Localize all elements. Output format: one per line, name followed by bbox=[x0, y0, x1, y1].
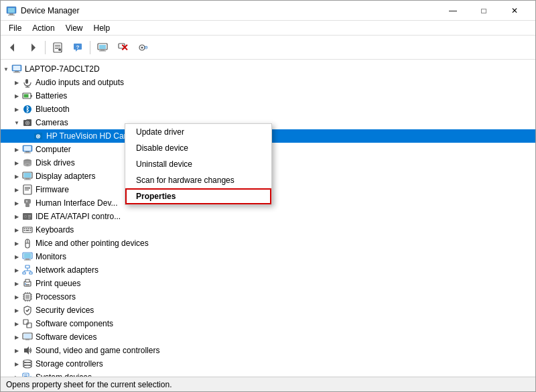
firmware-expand-icon[interactable]: ▶ bbox=[11, 183, 22, 196]
monitor-icon bbox=[22, 251, 33, 262]
svg-rect-33 bbox=[31, 95, 32, 97]
svg-rect-9 bbox=[55, 48, 58, 49]
hid-label: Human Interface Dev... bbox=[36, 198, 118, 208]
sound-icon bbox=[22, 345, 33, 356]
batteries-expand-icon[interactable]: ▶ bbox=[11, 89, 22, 103]
processors-expand-icon[interactable]: ▶ bbox=[11, 290, 22, 304]
bluetooth-expand-icon[interactable]: ▶ bbox=[11, 103, 22, 116]
device-tree[interactable]: ▼ LAPTOP-7ADCLT2D ▶ bbox=[1, 60, 535, 377]
menu-view[interactable]: View bbox=[60, 22, 88, 34]
battery-icon bbox=[22, 90, 33, 101]
sw-components-expand-icon[interactable]: ▶ bbox=[11, 317, 22, 330]
remove-device-button[interactable]: ✕ bbox=[113, 38, 132, 57]
print-expand-icon[interactable]: ▶ bbox=[11, 277, 22, 290]
mice-expand-icon[interactable]: ▶ bbox=[11, 237, 22, 250]
network-label: Network adapters bbox=[36, 265, 98, 275]
monitors-expand-icon[interactable]: ▶ bbox=[11, 250, 22, 263]
tree-root[interactable]: ▼ LAPTOP-7ADCLT2D bbox=[1, 62, 535, 76]
svg-rect-108 bbox=[23, 320, 28, 324]
menu-action[interactable]: Action bbox=[27, 22, 60, 34]
minimize-button[interactable]: — bbox=[438, 1, 468, 21]
svg-rect-3 bbox=[8, 15, 15, 15]
computer-expand-icon[interactable]: ▶ bbox=[11, 143, 22, 156]
app-icon bbox=[6, 5, 17, 16]
svg-rect-80 bbox=[25, 265, 29, 268]
sound-expand-icon[interactable]: ▶ bbox=[11, 344, 22, 357]
svg-rect-67 bbox=[24, 228, 25, 230]
context-menu-uninstall-device[interactable]: Uninstall device bbox=[125, 156, 271, 172]
menu-help[interactable]: Help bbox=[88, 22, 116, 34]
context-menu-update-driver[interactable]: Update driver bbox=[125, 124, 271, 140]
context-menu: Update driver Disable device Uninstall d… bbox=[125, 123, 272, 205]
svg-rect-65 bbox=[28, 218, 30, 218]
show-devices-button[interactable] bbox=[93, 38, 112, 57]
menu-file[interactable]: File bbox=[3, 22, 27, 34]
system-label: System devices bbox=[36, 373, 92, 377]
forward-button[interactable] bbox=[23, 38, 42, 57]
close-button[interactable]: ✕ bbox=[499, 1, 530, 21]
firmware-icon bbox=[22, 184, 33, 195]
svg-rect-51 bbox=[25, 178, 29, 180]
help-button[interactable]: ? bbox=[68, 38, 87, 57]
context-menu-disable-device[interactable]: Disable device bbox=[125, 140, 271, 156]
tree-item-storage[interactable]: ▶ Storage controllers bbox=[1, 357, 535, 371]
tree-item-sw-components[interactable]: ▶ Software components bbox=[1, 317, 535, 330]
sw-devices-expand-icon[interactable]: ▶ bbox=[11, 330, 22, 344]
tree-item-sound[interactable]: ▶ Sound, video and game controllers bbox=[1, 344, 535, 357]
processors-label: Processors bbox=[36, 292, 76, 302]
tree-item-sw-devices[interactable]: ▶ Software devices bbox=[1, 330, 535, 344]
sw-devices-label: Software devices bbox=[36, 332, 96, 342]
svg-rect-77 bbox=[24, 253, 31, 258]
tree-item-print[interactable]: ▶ Print queues bbox=[1, 277, 535, 290]
display-label: Display adapters bbox=[36, 172, 95, 181]
tree-item-bluetooth[interactable]: ▶ ᛒ Bluetooth bbox=[1, 103, 535, 116]
toolbar-sep-2 bbox=[90, 41, 90, 54]
svg-rect-88 bbox=[25, 279, 29, 282]
main-content: ▼ LAPTOP-7ADCLT2D ▶ bbox=[1, 60, 535, 377]
ide-expand-icon[interactable]: ▶ bbox=[11, 210, 22, 223]
scan-hardware-button[interactable]: + bbox=[133, 38, 152, 57]
storage-icon bbox=[22, 358, 33, 369]
hid-icon bbox=[22, 198, 33, 208]
tree-item-batteries[interactable]: ▶ Batteries bbox=[1, 89, 535, 103]
batteries-label: Batteries bbox=[36, 91, 67, 101]
window-controls: — □ ✕ bbox=[438, 1, 530, 21]
tree-item-security[interactable]: ▶ Security devices bbox=[1, 304, 535, 317]
system-expand-icon[interactable]: ▶ bbox=[11, 371, 22, 377]
network-expand-icon[interactable]: ▶ bbox=[11, 263, 22, 277]
disk-expand-icon[interactable]: ▶ bbox=[11, 156, 22, 170]
tree-item-mice[interactable]: ▶ Mice and other pointing devices bbox=[1, 237, 535, 250]
svg-rect-64 bbox=[28, 216, 31, 217]
keyboards-expand-icon[interactable]: ▶ bbox=[11, 223, 22, 237]
cameras-expand-icon[interactable]: ▼ bbox=[11, 116, 22, 129]
back-button[interactable] bbox=[3, 38, 22, 57]
context-menu-properties[interactable]: Properties bbox=[125, 188, 271, 204]
properties-button[interactable] bbox=[48, 38, 67, 57]
svg-rect-28 bbox=[13, 72, 20, 73]
tree-item-ide[interactable]: ▶ IDE ATA/ATAPI contro... bbox=[1, 210, 535, 223]
root-expand-icon[interactable]: ▼ bbox=[1, 62, 11, 76]
camera-expand-placeholder bbox=[22, 129, 33, 143]
sound-label: Sound, video and game controllers bbox=[36, 346, 159, 355]
maximize-button[interactable]: □ bbox=[468, 1, 499, 21]
storage-expand-icon[interactable]: ▶ bbox=[11, 357, 22, 371]
title-bar: Device Manager — □ ✕ bbox=[1, 1, 535, 21]
security-expand-icon[interactable]: ▶ bbox=[11, 304, 22, 317]
svg-text:ᛒ: ᛒ bbox=[25, 105, 30, 113]
tree-item-network[interactable]: ▶ Network adapters bbox=[1, 263, 535, 277]
tree-item-keyboards[interactable]: ▶ Keyboards bbox=[1, 223, 535, 237]
toolbar: ? ✕ + bbox=[1, 36, 535, 60]
context-menu-scan-hardware[interactable]: Scan for hardware changes bbox=[125, 172, 271, 188]
svg-rect-124 bbox=[31, 376, 31, 377]
hid-expand-icon[interactable]: ▶ bbox=[11, 196, 22, 210]
tree-item-processors[interactable]: ▶ bbox=[1, 290, 535, 304]
tree-item-monitors[interactable]: ▶ Monitors bbox=[1, 250, 535, 263]
svg-rect-50 bbox=[24, 173, 31, 178]
audio-expand-icon[interactable]: ▶ bbox=[11, 76, 22, 89]
tree-item-audio[interactable]: ▶ Audio inputs and outputs bbox=[1, 76, 535, 89]
svg-point-117 bbox=[23, 365, 31, 368]
tree-item-system[interactable]: ▶ System devices bbox=[1, 371, 535, 377]
display-expand-icon[interactable]: ▶ bbox=[11, 170, 22, 183]
svg-text:✕: ✕ bbox=[121, 42, 128, 53]
svg-marker-5 bbox=[31, 44, 36, 52]
